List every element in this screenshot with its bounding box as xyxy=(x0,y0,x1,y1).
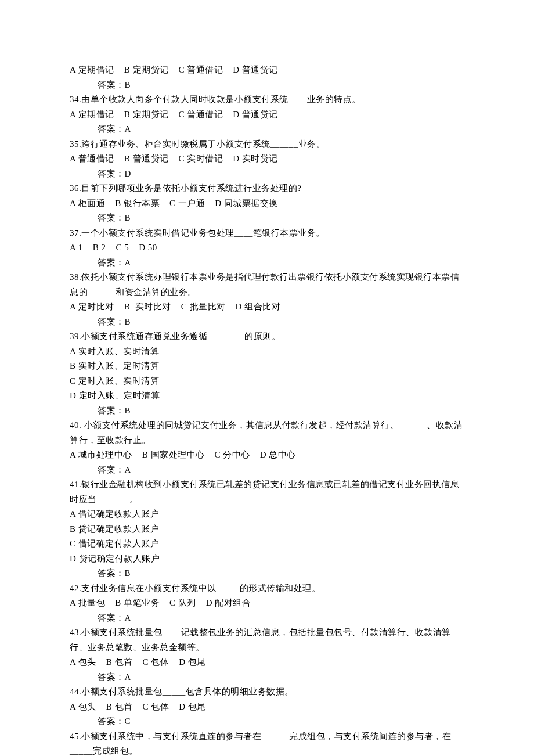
question-text: 44.小额支付系统批量包_____包含具体的明细业务数据。 xyxy=(70,685,464,700)
question-options: A 定期借记 B 定期贷记 C 普通借记 D 普通贷记 xyxy=(70,63,464,78)
question-text: 38.依托小额支付系统办理银行本票业务是指代理付款行出票银行依托小额支付系统实现… xyxy=(70,270,464,300)
question-text: 40. 小额支付系统处理的同城贷记支付业务，其信息从付款行发起，经付款清算行、_… xyxy=(70,418,464,448)
question-answer: 答案：C xyxy=(70,714,464,729)
question-option: D 贷记确定付款人账户 xyxy=(70,552,464,567)
question-options: A 城市处理中心 B 国家处理中心 C 分中心 D 总中心 xyxy=(70,448,464,463)
question-options: A 批量包 B 单笔业务 C 队列 D 配对组合 xyxy=(70,596,464,611)
document-page: A 定期借记 B 定期贷记 C 普通借记 D 普通贷记 答案：B 34.由单个收… xyxy=(0,0,534,756)
question-text: 35.跨行通存业务、柜台实时缴税属于小额支付系统______业务。 xyxy=(70,137,464,152)
question-answer: 答案：B xyxy=(70,404,464,419)
question-answer: 答案：A xyxy=(70,122,464,137)
question-answer: 答案：B xyxy=(70,78,464,93)
question-option: D 定时入账、定时清算 xyxy=(70,388,464,404)
question-text: 39.小额支付系统通存通兑业务遵循________的原则。 xyxy=(70,329,464,344)
question-options: A 普通借记 B 普通贷记 C 实时借记 D 实时贷记 xyxy=(70,152,464,167)
question-answer: 答案：A xyxy=(70,611,464,626)
question-option: A 实时入账、实时清算 xyxy=(70,344,464,359)
question-option: C 借记确定付款人账户 xyxy=(70,537,464,552)
question-answer: 答案：D xyxy=(70,167,464,182)
question-text: 41.银行业金融机构收到小额支付系统已轧差的贷记支付业务信息或已轧差的借记支付业… xyxy=(70,477,464,507)
question-text: 42.支付业务信息在小额支付系统中以_____的形式传输和处理。 xyxy=(70,581,464,596)
question-option: C 定时入账、实时清算 xyxy=(70,374,464,389)
question-text: 34.由单个收款人向多个付款人同时收款是小额支付系统____业务的特点。 xyxy=(70,92,464,107)
question-answer: 答案：A xyxy=(70,463,464,478)
question-answer: 答案：A xyxy=(70,670,464,685)
question-text: 43.小额支付系统批量包____记载整包业务的汇总信息，包括批量包包号、付款清算… xyxy=(70,625,464,655)
question-answer: 答案：B xyxy=(70,566,464,581)
question-options: A 定时比对 B 实时比对 C 批量比对 D 组合比对 xyxy=(70,300,464,315)
question-option: B 实时入账、定时清算 xyxy=(70,359,464,374)
question-options: A 柜面通 B 银行本票 C 一户通 D 同城票据交换 xyxy=(70,196,464,211)
page-content: A 定期借记 B 定期贷记 C 普通借记 D 普通贷记 答案：B 34.由单个收… xyxy=(70,63,464,756)
question-text: 36.目前下列哪项业务是依托小额支付系统进行业务处理的? xyxy=(70,181,464,196)
question-answer: 答案：B xyxy=(70,211,464,226)
question-options: A 1 B 2 C 5 D 50 xyxy=(70,240,464,255)
question-text: 45.小额支付系统中，与支付系统直连的参与者在______完成组包，与支付系统间… xyxy=(70,729,464,757)
question-options: A 包头 B 包首 C 包体 D 包尾 xyxy=(70,700,464,715)
question-options: A 包头 B 包首 C 包体 D 包尾 xyxy=(70,655,464,670)
question-options: A 定期借记 B 定期贷记 C 普通借记 D 普通贷记 xyxy=(70,107,464,123)
question-answer: 答案：B xyxy=(70,315,464,330)
question-option: B 贷记确定收款人账户 xyxy=(70,522,464,537)
question-answer: 答案：A xyxy=(70,255,464,271)
question-text: 37.一个小额支付系统实时借记业务包处理____笔银行本票业务。 xyxy=(70,226,464,241)
question-option: A 借记确定收款人账户 xyxy=(70,507,464,522)
